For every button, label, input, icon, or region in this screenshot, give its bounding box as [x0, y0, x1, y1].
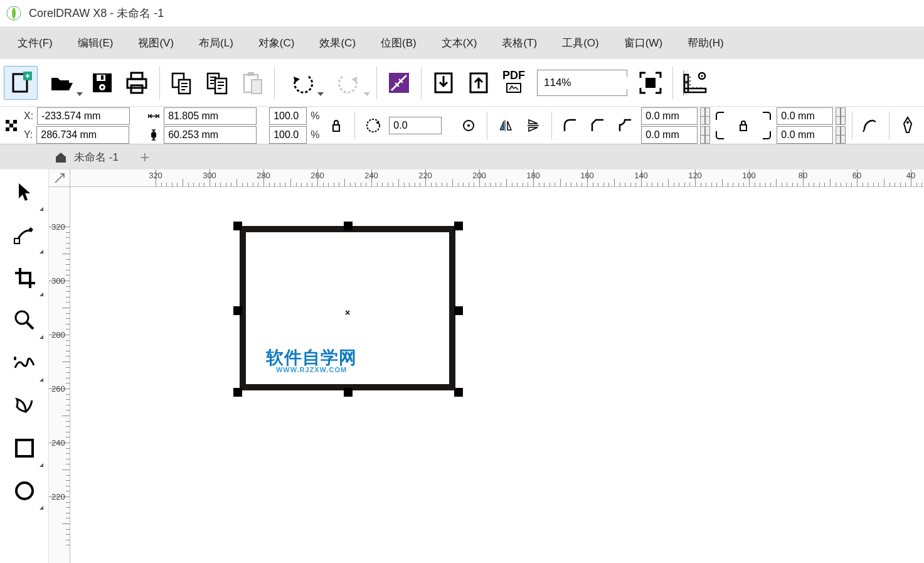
height-icon — [146, 127, 161, 142]
x-position-input[interactable] — [37, 107, 130, 125]
y-position-input[interactable] — [36, 126, 129, 144]
watermark-text: 软件自学网 WWW.RJZXW.COM — [266, 349, 357, 373]
selection-handle-se[interactable] — [454, 388, 463, 397]
corner-bl-input[interactable] — [641, 126, 698, 144]
rectangle-tool[interactable] — [3, 427, 46, 469]
svg-rect-29 — [9, 124, 13, 127]
menu-view[interactable]: 视图(V) — [125, 32, 186, 54]
clipboard-button[interactable] — [235, 66, 269, 100]
svg-point-7 — [101, 86, 104, 88]
svg-rect-35 — [740, 125, 746, 131]
print-button[interactable] — [120, 66, 154, 100]
corner-tr-input[interactable] — [777, 107, 833, 125]
selection-handle-nw[interactable] — [233, 222, 242, 230]
ruler-h-label: 260 — [311, 171, 324, 180]
corner-round-button[interactable] — [558, 114, 582, 137]
height-input[interactable] — [164, 126, 257, 144]
outline-pen-button[interactable] — [896, 114, 920, 137]
ruler-h-label: 140 — [634, 171, 648, 180]
scale-y-input[interactable] — [269, 126, 307, 144]
svg-rect-25 — [6, 120, 9, 124]
ruler-v-label: 320 — [51, 222, 65, 232]
corner-tl-input[interactable] — [641, 107, 698, 125]
undo-button[interactable] — [280, 66, 325, 100]
rotation-input[interactable] — [389, 117, 442, 134]
menu-layout[interactable]: 布局(L) — [186, 32, 246, 54]
svg-rect-31 — [333, 125, 339, 131]
corner-br-spinner[interactable] — [836, 126, 846, 144]
pick-tool[interactable] — [3, 171, 46, 213]
add-tab-button[interactable]: + — [134, 146, 156, 168]
selection-center-marker[interactable]: × — [345, 308, 350, 318]
shape-tool[interactable] — [3, 213, 46, 256]
ruler-h-label: 200 — [472, 171, 486, 180]
horizontal-ruler[interactable]: 3203002802602402202001801601401201008060… — [70, 169, 924, 187]
new-document-button[interactable] — [4, 66, 38, 100]
chevron-down-icon — [317, 92, 324, 96]
paste-properties-button[interactable] — [200, 66, 234, 100]
drawing-canvas[interactable]: × 软件自学网 WWW.RJZXW.COM — [70, 187, 924, 563]
ruler-v-label: 220 — [51, 492, 65, 501]
redo-button[interactable] — [326, 66, 371, 100]
document-tab[interactable]: 未命名 -1 — [49, 145, 134, 169]
ruler-origin[interactable] — [49, 169, 70, 187]
corner-bl-spinner[interactable] — [700, 126, 710, 144]
menu-edit[interactable]: 编辑(E) — [65, 32, 126, 54]
save-button[interactable] — [85, 66, 119, 100]
corner-br-icon — [759, 127, 774, 142]
svg-rect-39 — [16, 440, 33, 456]
corner-scallop-button[interactable] — [586, 114, 610, 137]
corner-tr-spinner[interactable] — [836, 107, 846, 125]
mirror-vertical-button[interactable] — [521, 114, 545, 137]
menu-window[interactable]: 窗口(W) — [612, 32, 675, 54]
scale-x-input[interactable] — [269, 107, 307, 125]
snap-button[interactable] — [382, 66, 416, 100]
zoom-tool[interactable] — [3, 299, 46, 341]
freehand-tool[interactable] — [3, 341, 46, 384]
svg-point-40 — [16, 483, 33, 499]
corner-tl-spinner[interactable] — [700, 107, 710, 125]
publish-pdf-button[interactable]: PDF — [497, 66, 531, 100]
crop-tool[interactable] — [3, 256, 46, 299]
lock-ratio-button[interactable] — [324, 114, 348, 137]
selection-handle-n[interactable] — [344, 222, 353, 230]
vertical-ruler[interactable]: 320300280260240220 — [49, 187, 70, 563]
selection-handle-w[interactable] — [233, 306, 242, 315]
export-button[interactable] — [462, 66, 496, 100]
separator — [551, 112, 552, 139]
menu-bitmap[interactable]: 位图(B) — [368, 32, 429, 54]
svg-rect-17 — [252, 80, 262, 94]
width-input[interactable] — [164, 107, 257, 125]
artistic-media-tool[interactable] — [3, 384, 46, 427]
relative-corner-button[interactable] — [859, 114, 883, 137]
ruler-options-button[interactable] — [678, 66, 712, 100]
menubar: 文件(F) 编辑(E) 视图(V) 布局(L) 对象(C) 效果(C) 位图(B… — [0, 26, 924, 59]
rotation-center-icon — [457, 114, 481, 137]
menu-table[interactable]: 表格(T) — [489, 32, 550, 54]
zoom-combo[interactable] — [537, 70, 627, 96]
copy-properties-button[interactable] — [165, 66, 199, 100]
width-icon — [146, 109, 161, 124]
selection-handle-sw[interactable] — [233, 388, 242, 397]
menu-effects[interactable]: 效果(C) — [307, 32, 368, 54]
corner-br-input[interactable] — [777, 126, 833, 144]
import-button[interactable] — [427, 66, 460, 100]
selection-handle-s[interactable] — [344, 388, 353, 397]
svg-rect-5 — [101, 75, 104, 80]
menu-file[interactable]: 文件(F) — [5, 32, 65, 54]
ruler-v-label: 280 — [51, 330, 65, 340]
ellipse-tool[interactable] — [3, 469, 46, 512]
menu-tools[interactable]: 工具(O) — [550, 32, 612, 54]
corner-lock-button[interactable] — [731, 114, 755, 137]
fullscreen-button[interactable] — [634, 66, 667, 100]
menu-help[interactable]: 帮助(H) — [675, 32, 736, 54]
corner-chamfer-button[interactable] — [613, 114, 637, 137]
ruler-h-label: 240 — [364, 171, 378, 180]
menu-text[interactable]: 文本(X) — [429, 32, 490, 54]
selection-handle-e[interactable] — [454, 306, 463, 315]
menu-object[interactable]: 对象(C) — [246, 32, 307, 54]
open-button[interactable] — [39, 66, 84, 100]
mirror-horizontal-button[interactable] — [494, 114, 518, 137]
app-logo-icon — [6, 6, 21, 21]
selection-handle-ne[interactable] — [454, 222, 463, 230]
